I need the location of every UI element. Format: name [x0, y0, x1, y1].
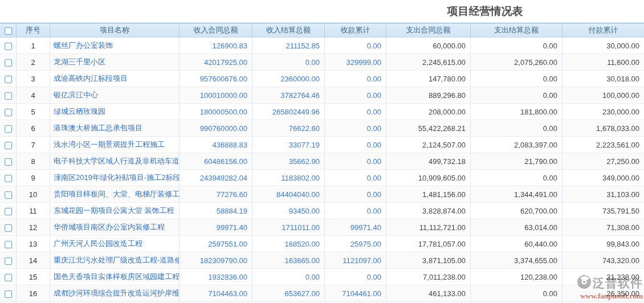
table-row: 13 广州天河人民公园改造工程 2597551.00 168520.00 259…	[0, 236, 644, 252]
row-seq: 13	[17, 236, 50, 252]
row-seq: 12	[17, 219, 50, 236]
row-checkbox[interactable]	[5, 59, 12, 67]
payments-total: 1,678,033.00	[563, 120, 644, 137]
row-checkbox[interactable]	[5, 158, 12, 166]
income-contract-total: 100010000.00	[180, 87, 252, 104]
receipts-total: 0.00	[325, 71, 386, 87]
receipts-total: 99971.40	[325, 219, 386, 236]
expense-settle-total: 3,374,655.00	[471, 252, 563, 269]
income-settle-total: 35662.90	[252, 153, 325, 170]
expense-settle-total: 0.00	[471, 170, 563, 186]
column-header-income-contract: 收入合同总额	[180, 23, 252, 38]
payments-total: 735,791.50	[563, 203, 644, 219]
table-body: 1 螺丝厂办公室装饰 126900.83 211152.85 0.00 60,0…	[0, 38, 644, 302]
income-settle-total: 3782764.46	[252, 87, 325, 104]
table-row: 9 潼南区2019年绿化补贴项目-施工2标段 243949282.04 1183…	[0, 170, 644, 186]
payments-total: 100,000.00	[563, 87, 644, 104]
income-settle-total: 163665.00	[252, 252, 325, 269]
row-checkbox[interactable]	[5, 142, 12, 149]
expense-contract-total: 17,781,057.00	[386, 236, 471, 252]
income-contract-total: 243949282.04	[180, 170, 252, 186]
project-name-link[interactable]: 银亿滨江中心	[50, 87, 180, 104]
income-settle-total: 33077.19	[252, 137, 325, 153]
row-checkbox[interactable]	[5, 92, 12, 100]
row-checkbox[interactable]	[5, 241, 12, 248]
row-checkbox-cell	[0, 170, 17, 186]
expense-settle-total: 21,790.00	[471, 153, 563, 170]
project-name-link[interactable]: 绿城云栖玫瑰园	[50, 104, 180, 120]
column-header-payments-total: 付款累计	[563, 23, 644, 38]
project-name-link[interactable]: 龙湖三千里小区	[50, 54, 180, 71]
table-row: 15 国色天香项目实体样板房区域园建工程 1932836.00 0.00 0.0…	[0, 269, 644, 285]
income-settle-total: 168520.00	[252, 236, 325, 252]
income-contract-total: 436888.83	[180, 137, 252, 153]
row-checkbox-cell	[0, 236, 17, 252]
expense-settle-total: 0.00	[471, 285, 563, 302]
receipts-total: 329999.00	[325, 54, 386, 71]
select-all-header-cell	[0, 23, 17, 38]
row-seq: 7	[17, 137, 50, 153]
project-name-link[interactable]: 成渝高铁内江标段项目	[50, 71, 180, 87]
project-name-link[interactable]: 浅水湾小区一期景观提升工程施工	[50, 137, 180, 153]
expense-contract-total: 3,871,105.00	[386, 252, 471, 269]
project-name-link[interactable]: 华侨城项目南区办公室内装修工程	[50, 219, 180, 236]
table-row: 12 华侨城项目南区办公室内装修工程 99971.40 1711011.00 9…	[0, 219, 644, 236]
row-seq: 5	[17, 104, 50, 120]
row-checkbox[interactable]	[5, 290, 12, 298]
expense-contract-total: 55,422,268.21	[386, 120, 471, 137]
row-checkbox[interactable]	[5, 274, 12, 281]
column-header-receipts-total: 收款累计	[325, 23, 386, 38]
expense-contract-total: 2,124,507.00	[386, 137, 471, 153]
project-name-link[interactable]: 潼南区2019年绿化补贴项目-施工2标段	[50, 170, 180, 186]
project-name-link[interactable]: 电子科技大学区域人行道及非机动车道工	[50, 153, 180, 170]
project-name-link[interactable]: 螺丝厂办公室装饰	[50, 38, 180, 54]
row-seq: 2	[17, 54, 50, 71]
project-name-link[interactable]: 贵阳项目样板间、大堂、电梯厅装修工程	[50, 186, 180, 203]
expense-settle-total: 620,700.00	[471, 203, 563, 219]
income-settle-total: 2360000.00	[252, 71, 325, 87]
table-row: 3 成渝高铁内江标段项目 957600676.00 2360000.00 0.0…	[0, 71, 644, 87]
row-seq: 3	[17, 71, 50, 87]
project-name-link[interactable]: 重庆江北污水处理厂级改造工程-道路修	[50, 252, 180, 269]
row-checkbox[interactable]	[5, 175, 12, 182]
expense-contract-total: 1,481,156.00	[386, 186, 471, 203]
income-settle-total: 84404040.00	[252, 186, 325, 203]
receipts-total: 0.00	[325, 38, 386, 54]
project-name-link[interactable]: 成都沙河环境综合提升改造运河护岸维	[50, 285, 180, 302]
expense-contract-total: 889,296.80	[386, 87, 471, 104]
payments-total: 26,350.00	[563, 285, 644, 302]
row-checkbox[interactable]	[5, 224, 12, 232]
row-checkbox[interactable]	[5, 43, 12, 50]
income-contract-total: 182309790.00	[180, 252, 252, 269]
project-name-link[interactable]: 港珠澳大桥施工总承包项目	[50, 120, 180, 137]
expense-settle-total: 63,014.00	[471, 219, 563, 236]
row-seq: 16	[17, 285, 50, 302]
row-seq: 8	[17, 153, 50, 170]
payments-total: 230,000.00	[563, 104, 644, 120]
row-seq: 6	[17, 120, 50, 137]
payments-total: 71,308.00	[563, 219, 644, 236]
row-checkbox[interactable]	[5, 208, 12, 215]
row-checkbox[interactable]	[5, 125, 12, 133]
expense-contract-total: 3,828,874.00	[386, 203, 471, 219]
row-seq: 10	[17, 186, 50, 203]
column-header-expense-settle: 支出结算总额	[471, 23, 563, 38]
expense-settle-total: 0.00	[471, 87, 563, 104]
row-checkbox-cell	[0, 203, 17, 219]
project-name-link[interactable]: 广州天河人民公园改造工程	[50, 236, 180, 252]
select-all-checkbox[interactable]	[5, 27, 12, 35]
row-checkbox[interactable]	[5, 109, 12, 116]
row-seq: 9	[17, 170, 50, 186]
income-contract-total: 180000500.00	[180, 104, 252, 120]
row-checkbox[interactable]	[5, 191, 12, 199]
table-row: 10 贵阳项目样板间、大堂、电梯厅装修工程 77276.60 84404040.…	[0, 186, 644, 203]
row-checkbox[interactable]	[5, 257, 12, 265]
row-checkbox[interactable]	[5, 76, 12, 83]
project-name-link[interactable]: 国色天香项目实体样板房区域园建工程	[50, 269, 180, 285]
page-title: 项目经营情况表	[447, 4, 523, 19]
project-name-link[interactable]: 东城花园一期项目公寓大堂 装饰工程	[50, 203, 180, 219]
income-settle-total: 653627.00	[252, 285, 325, 302]
column-header-project-name: 项目名称	[50, 23, 180, 38]
project-operation-table: 序号 项目名称 收入合同总额 收入结算总额 收款累计 支出合同总额 支出结算总额…	[0, 23, 644, 302]
table-row: 8 电子科技大学区域人行道及非机动车道工 60486156.00 35662.9…	[0, 153, 644, 170]
